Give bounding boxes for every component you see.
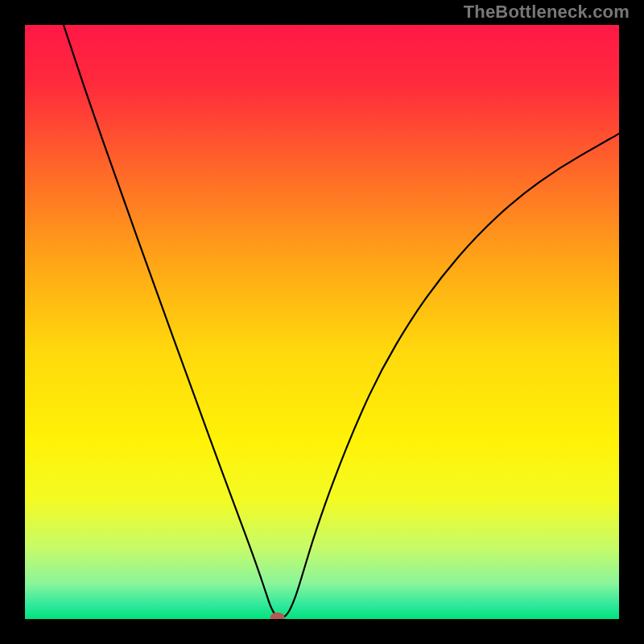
gradient-background [25,25,619,619]
bottleneck-chart [25,25,619,619]
chart-outer-frame: TheBottleneck.com [0,0,644,644]
plot-area [25,25,619,619]
watermark-label: TheBottleneck.com [464,2,630,23]
